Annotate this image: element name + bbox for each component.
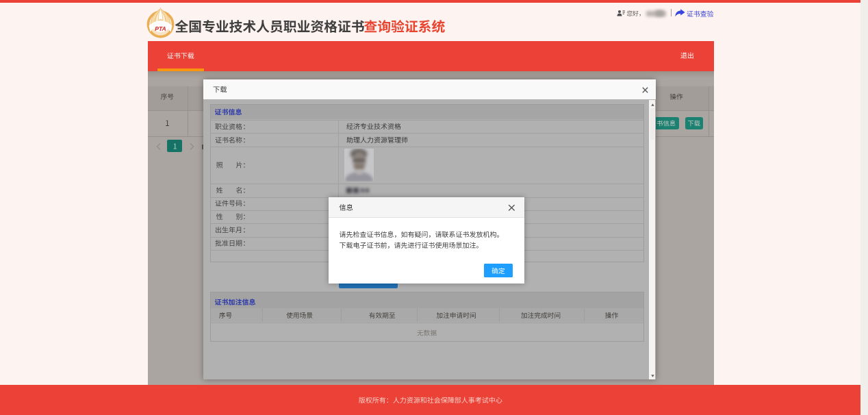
svg-text:PTA: PTA [155,25,166,32]
